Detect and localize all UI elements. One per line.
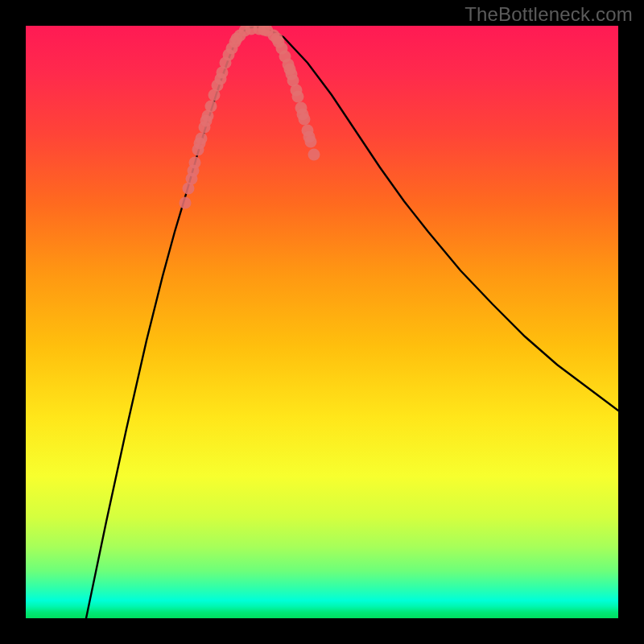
watermark-text: TheBottleneck.com: [464, 3, 633, 26]
data-point: [231, 33, 243, 45]
data-point: [200, 115, 213, 127]
data-point: [215, 73, 227, 85]
data-point: [186, 173, 198, 185]
data-point: [308, 149, 320, 161]
data-point: [271, 33, 283, 45]
bottleneck-curve: [86, 27, 618, 618]
data-point: [180, 197, 192, 209]
data-point: [205, 101, 217, 113]
data-point: [189, 157, 201, 169]
data-point: [284, 64, 296, 76]
data-point: [194, 138, 206, 150]
data-point: [297, 109, 309, 121]
data-point: [292, 91, 304, 103]
data-point: [303, 131, 316, 143]
curve-layer: [26, 26, 618, 618]
chart-frame: TheBottleneck.com: [0, 0, 644, 644]
plot-area: [26, 26, 618, 618]
